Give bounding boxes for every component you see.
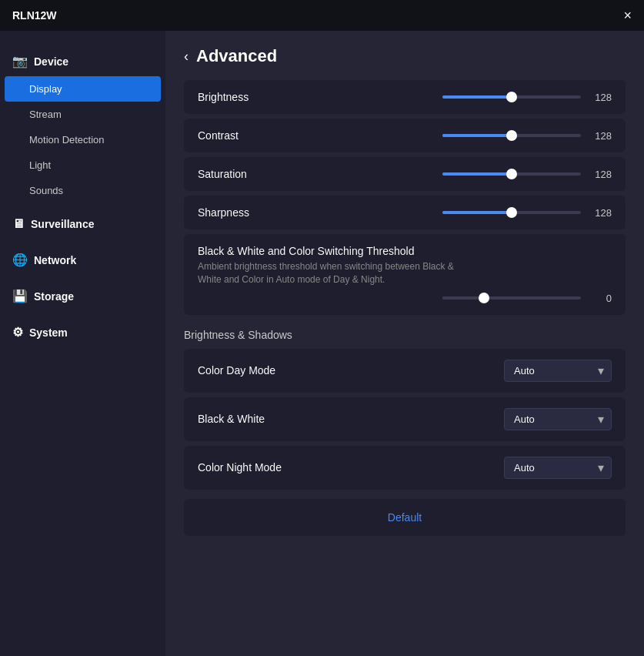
sidebar-item-motion-detection[interactable]: Motion Detection (0, 127, 165, 152)
contrast-row: Contrast 128 (184, 119, 626, 152)
sharpness-slider[interactable] (442, 207, 581, 218)
sidebar-header-device[interactable]: 📷 Device (0, 46, 165, 76)
contrast-slider[interactable] (442, 130, 581, 141)
brightness-slider[interactable] (442, 92, 581, 102)
sidebar-header-network[interactable]: 🌐 Network (0, 245, 165, 275)
bw-fill (442, 296, 484, 300)
sidebar-item-display[interactable]: Display (5, 76, 161, 102)
sidebar-section-storage: 💾 Storage (0, 281, 165, 311)
main-layout: 📷 Device Display Stream Motion Detection… (0, 31, 644, 656)
color-day-mode-wrapper[interactable]: Auto On Off (504, 360, 612, 382)
bw-threshold-label: Black & White and Color Switching Thresh… (198, 245, 414, 257)
bw-track (442, 296, 581, 300)
default-btn-row: Default (184, 499, 626, 536)
saturation-thumb[interactable] (506, 169, 517, 179)
sidebar-header-storage[interactable]: 💾 Storage (0, 281, 165, 311)
sharpness-value: 128 (589, 207, 612, 219)
brightness-value: 128 (589, 92, 612, 103)
color-day-mode-label: Color Day Mode (198, 364, 290, 377)
back-button[interactable]: ‹ (184, 49, 189, 65)
app-window: RLN12W × 📷 Device Display Stream Motion … (0, 0, 644, 656)
saturation-fill (442, 172, 512, 176)
bw-slider[interactable] (442, 293, 581, 303)
contrast-fill (442, 134, 512, 137)
bw-value: 0 (589, 293, 612, 304)
brightness-thumb[interactable] (506, 92, 517, 102)
color-day-mode-row: Color Day Mode Auto On Off (184, 349, 626, 393)
saturation-row: Saturation 128 (184, 157, 626, 191)
black-white-select[interactable]: Auto On Off (504, 408, 612, 430)
sidebar-item-stream[interactable]: Stream (0, 102, 165, 127)
saturation-slider[interactable] (442, 169, 581, 179)
bw-thumb[interactable] (479, 293, 489, 303)
sharpness-thumb[interactable] (506, 207, 517, 218)
sidebar-network-label: Network (34, 254, 76, 266)
window-title: RLN12W (12, 9, 57, 22)
sidebar: 📷 Device Display Stream Motion Detection… (0, 31, 165, 656)
surveillance-icon: 🖥 (12, 217, 25, 231)
sidebar-section-system: ⚙ System (0, 317, 165, 347)
black-white-label: Black & White (198, 413, 290, 425)
brightness-slider-group: 128 (442, 92, 612, 103)
contrast-track (442, 134, 581, 137)
contrast-thumb[interactable] (506, 130, 517, 141)
black-white-wrapper[interactable]: Auto On Off (504, 408, 612, 430)
contrast-slider-group: 128 (442, 130, 612, 142)
bw-slider-row: 0 (198, 293, 612, 304)
saturation-track (442, 172, 581, 176)
black-white-row: Black & White Auto On Off (184, 397, 626, 441)
page-header: ‹ Advanced (184, 46, 626, 66)
page-title: Advanced (196, 46, 277, 66)
color-night-mode-wrapper[interactable]: Auto On Off (504, 457, 612, 479)
network-icon: 🌐 (12, 253, 28, 267)
sharpness-track (442, 211, 581, 214)
saturation-value: 128 (589, 169, 612, 180)
brightness-track (442, 95, 581, 99)
bw-threshold-desc: Ambient brightness threshold when switch… (198, 260, 459, 286)
sidebar-section-device: 📷 Device Display Stream Motion Detection… (0, 46, 165, 203)
sidebar-item-light[interactable]: Light (0, 152, 165, 178)
sidebar-header-system[interactable]: ⚙ System (0, 317, 165, 347)
sidebar-storage-label: Storage (34, 290, 74, 303)
color-night-mode-label: Color Night Mode (198, 461, 290, 474)
sharpness-fill (442, 211, 512, 214)
close-button[interactable]: × (623, 8, 632, 22)
saturation-slider-group: 128 (442, 169, 612, 180)
sidebar-section-network: 🌐 Network (0, 245, 165, 275)
title-bar: RLN12W × (0, 0, 644, 31)
sidebar-device-label: Device (34, 55, 68, 68)
color-day-mode-select[interactable]: Auto On Off (504, 360, 612, 382)
sharpness-slider-group: 128 (442, 207, 612, 219)
brightness-row: Brightness 128 (184, 80, 626, 114)
device-icon: 📷 (12, 54, 28, 69)
saturation-label: Saturation (198, 168, 290, 180)
storage-icon: 💾 (12, 289, 28, 303)
sharpness-label: Sharpness (198, 206, 290, 219)
sidebar-surveillance-label: Surveillance (31, 218, 95, 230)
color-night-mode-row: Color Night Mode Auto On Off (184, 446, 626, 490)
brightness-shadows-title: Brightness & Shadows (184, 329, 626, 341)
sidebar-system-label: System (29, 326, 68, 339)
brightness-fill (442, 95, 512, 99)
bw-threshold-row: Black & White and Color Switching Thresh… (184, 234, 626, 315)
brightness-label: Brightness (198, 91, 290, 103)
sidebar-header-surveillance[interactable]: 🖥 Surveillance (0, 209, 165, 239)
sharpness-row: Sharpness 128 (184, 196, 626, 229)
color-night-mode-select[interactable]: Auto On Off (504, 457, 612, 479)
contrast-label: Contrast (198, 129, 290, 142)
system-icon: ⚙ (12, 325, 23, 340)
contrast-value: 128 (589, 130, 612, 142)
sidebar-item-sounds[interactable]: Sounds (0, 178, 165, 203)
sidebar-section-surveillance: 🖥 Surveillance (0, 209, 165, 239)
main-content: ‹ Advanced Brightness 128 (165, 31, 644, 656)
default-button[interactable]: Default (388, 511, 422, 524)
